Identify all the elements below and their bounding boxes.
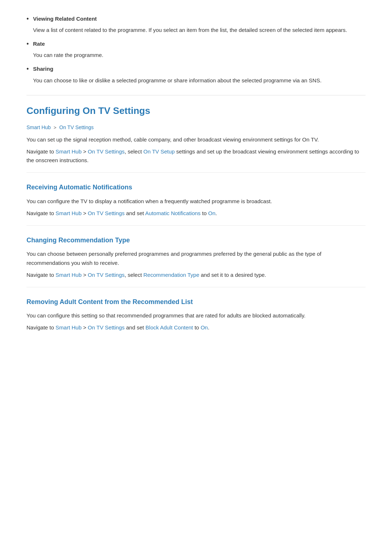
changing-body-1: You can choose between personally prefer… <box>26 250 366 268</box>
removing-block-adult-link[interactable]: Block Adult Content <box>146 324 193 331</box>
receiving-smart-hub-link[interactable]: Smart Hub <box>56 210 82 216</box>
changing-nav-text-1: Navigate to <box>26 272 56 278</box>
configuring-nav-text-1: Navigate to <box>26 148 56 155</box>
bullet-label-viewing: Viewing Related Content <box>33 15 97 23</box>
bullet-item-viewing: • Viewing Related Content <box>26 15 366 24</box>
receiving-on-tv-link[interactable]: On TV Settings <box>88 210 124 216</box>
bullet-label-sharing: Sharing <box>33 65 53 73</box>
bullet-dot-1: • <box>26 15 33 24</box>
configuring-on-tv-setup-link[interactable]: On TV Setup <box>143 148 175 155</box>
receiving-auto-notif-link[interactable]: Automatic Notifications <box>145 210 201 216</box>
receiving-on-link[interactable]: On <box>208 210 215 216</box>
section-title-configuring: Configuring On TV Settings <box>26 103 366 119</box>
removing-nav-text-3: to <box>193 324 201 331</box>
removing-nav-text-1: Navigate to <box>26 324 56 331</box>
receiving-nav-sep-1: > <box>82 210 88 216</box>
receiving-nav-text-2: and set <box>124 210 145 216</box>
removing-smart-hub-link[interactable]: Smart Hub <box>56 324 82 331</box>
receiving-nav-text-1: Navigate to <box>26 210 56 216</box>
changing-smart-hub-link[interactable]: Smart Hub <box>56 272 82 278</box>
removing-period: . <box>208 324 209 331</box>
changing-rec-type-link[interactable]: Recommendation Type <box>143 272 199 278</box>
bullet-desc-viewing: View a list of content related to the pr… <box>33 26 366 34</box>
changing-nav-sep-1: > <box>82 272 88 278</box>
configuring-nav-sep-1: > <box>82 148 88 155</box>
receiving-notifications-section: Receiving Automatic Notifications You ca… <box>26 172 366 218</box>
subsection-title-receiving: Receiving Automatic Notifications <box>26 182 366 193</box>
breadcrumb-smart-hub[interactable]: Smart Hub <box>26 124 51 130</box>
configuring-intro-1: You can set up the signal reception meth… <box>26 135 366 144</box>
removing-body-2: Navigate to Smart Hub > On TV Settings a… <box>26 323 366 332</box>
receiving-body-2: Navigate to Smart Hub > On TV Settings a… <box>26 209 366 218</box>
bullet-item-sharing: • Sharing <box>26 65 366 74</box>
subsection-title-changing: Changing Recommendation Type <box>26 235 366 246</box>
bullet-list-section: • Viewing Related Content View a list of… <box>26 15 366 85</box>
breadcrumb-sep: > <box>54 125 57 130</box>
changing-nav-text-3: and set it to a desired type. <box>199 272 266 278</box>
bullet-desc-sharing: You can choose to like or dislike a sele… <box>33 76 366 85</box>
configuring-intro-2: Navigate to Smart Hub > On TV Settings, … <box>26 147 366 165</box>
configuring-smart-hub-link[interactable]: Smart Hub <box>56 148 82 155</box>
removing-on-link[interactable]: On <box>201 324 208 331</box>
configuring-section: Configuring On TV Settings Smart Hub > O… <box>26 103 366 165</box>
receiving-period: . <box>215 210 217 216</box>
bullet-dot-2: • <box>26 40 33 49</box>
breadcrumb: Smart Hub > On TV Settings <box>26 123 366 132</box>
receiving-nav-text-3: to <box>201 210 208 216</box>
removing-nav-text-2: and set <box>124 324 146 331</box>
breadcrumb-on-tv-settings[interactable]: On TV Settings <box>59 124 94 130</box>
removing-body-1: You can configure this setting so that r… <box>26 311 366 320</box>
receiving-body-1: You can configure the TV to display a no… <box>26 197 366 206</box>
changing-nav-text-2: , select <box>124 272 143 278</box>
changing-recommendation-section: Changing Recommendation Type You can cho… <box>26 225 366 280</box>
changing-on-tv-link[interactable]: On TV Settings <box>88 272 124 278</box>
changing-body-2: Navigate to Smart Hub > On TV Settings, … <box>26 271 366 280</box>
configuring-nav-text-2: , select <box>124 148 143 155</box>
bullet-dot-3: • <box>26 65 33 74</box>
bullet-label-rate: Rate <box>33 40 45 48</box>
removing-nav-sep-1: > <box>82 324 88 331</box>
configuring-on-tv-link[interactable]: On TV Settings <box>88 148 124 155</box>
subsection-title-removing: Removing Adult Content from the Recommen… <box>26 297 366 307</box>
removing-on-tv-link[interactable]: On TV Settings <box>88 324 124 331</box>
removing-adult-content-section: Removing Adult Content from the Recommen… <box>26 287 366 332</box>
bullet-item-rate: • Rate <box>26 40 366 49</box>
bullet-desc-rate: You can rate the programme. <box>33 51 366 59</box>
section-divider-1 <box>26 95 366 95</box>
